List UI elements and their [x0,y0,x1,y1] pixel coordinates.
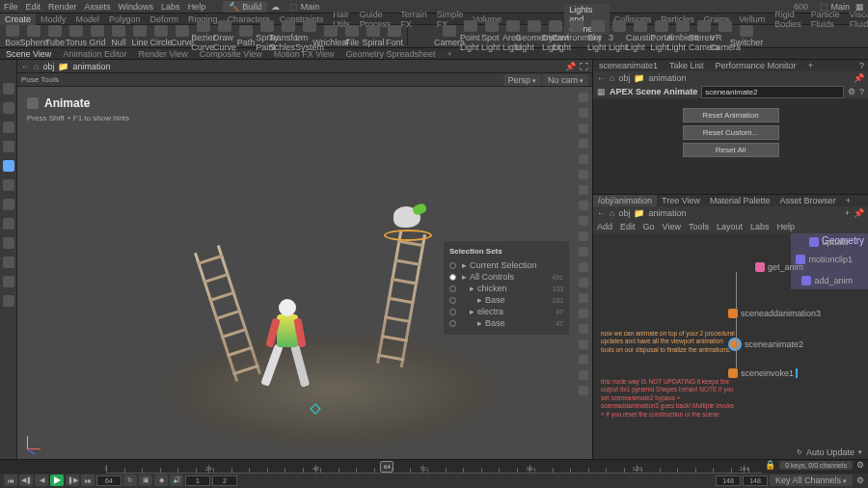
pose-tool-icon[interactable] [3,160,14,172]
misc-tool-icon[interactable] [3,276,14,287]
breadcrumb[interactable]: animation [648,73,686,83]
scale-tool-icon[interactable] [3,141,14,152]
node-name-field[interactable] [701,86,844,98]
inspect-tool-icon[interactable] [3,237,14,249]
net-menu-item[interactable]: Tools [689,222,709,231]
menu-labs[interactable]: Labs [161,2,180,12]
reset-custom-button[interactable]: Reset Custom... [683,125,779,140]
shelf-tool[interactable]: VR Camera [715,20,736,52]
cloud-icon[interactable]: ☁ [271,2,280,12]
display-option-icon[interactable] [579,278,588,287]
display-option-icon[interactable] [579,309,588,318]
rotate-tool-icon[interactable] [3,122,14,133]
pane-tab[interactable]: Animation Editor [57,48,132,60]
shelf-tool[interactable]: Circle [150,25,172,47]
shelf-tool[interactable]: Environment Light [566,20,587,52]
gear-icon[interactable]: ⚙ [856,460,864,470]
shelf-tool[interactable]: Caustic Light [630,20,651,52]
timeline-ruler[interactable]: 64 124487296120144 🔒 0 keys, 0/0 channel… [0,460,868,474]
net-menu-item[interactable]: Go [643,222,655,231]
shelf-tool[interactable]: Sphere [23,25,44,47]
shelf-tool[interactable]: Point Light [460,20,481,52]
display-option-icon[interactable] [579,293,588,303]
param-tab[interactable]: Take List [664,60,710,71]
chicken-rig[interactable] [384,201,432,239]
breadcrumb[interactable]: obj [618,73,630,83]
net-menu-item[interactable]: Help [776,222,795,231]
menu-file[interactable]: File [4,2,18,12]
loop-icon[interactable]: ↻ [123,474,137,486]
network-node[interactable]: sceneanimate2 [728,338,803,351]
auto-update-toggle[interactable]: ↻ Auto Update ▾ [797,447,862,457]
sticky-note[interactable]: this node way IS NOT UPDATING it keeps t… [601,378,736,419]
net-menu-item[interactable]: Layout [717,222,743,231]
pane-tab[interactable]: Scene View [0,48,57,60]
scene-path[interactable]: ⬚ Main [289,2,319,12]
misc-tool-icon[interactable] [3,295,14,307]
expand-icon[interactable]: ⛶ [580,62,588,71]
pin-icon[interactable]: 📌 [565,62,576,71]
plus-icon[interactable]: + [845,208,850,218]
shelf-tool[interactable]: Line [129,25,150,47]
gear-icon[interactable]: ⚙ [848,87,855,96]
net-menu-item[interactable]: Add [597,222,612,231]
help-icon[interactable]: ? [854,60,868,71]
misc-tool-icon[interactable] [3,257,14,268]
pin-icon[interactable]: 📌 [854,73,864,83]
display-option-icon[interactable] [579,231,588,241]
move-tool-icon[interactable] [3,102,14,114]
selection-set-row[interactable]: ▸ All Controls491 [449,271,563,283]
render-region-icon[interactable] [3,218,14,230]
display-option-icon[interactable] [579,93,588,102]
shelf-tool[interactable]: Path [235,25,257,47]
gear-icon[interactable]: ⚙ [856,475,864,485]
display-option-icon[interactable] [579,247,588,257]
selection-sets-panel[interactable]: Selection Sets ▸ Current Selection▸ All … [444,241,569,335]
home-icon[interactable]: ⌂ [34,62,39,71]
breadcrumb[interactable]: animation [648,208,686,218]
network-tab[interactable]: Asset Browser [775,195,841,206]
reset-animation-button[interactable]: Reset Animation [683,108,779,122]
help-icon[interactable]: ? [859,87,864,96]
audio-icon[interactable]: 🔊 [170,474,183,486]
back-icon[interactable]: ← [597,73,606,83]
shelf-tool[interactable]: Grid [87,25,108,47]
shelf-tool[interactable]: Spiral [363,25,384,47]
network-node[interactable]: add_anim [801,276,853,285]
display-option-icon[interactable] [579,386,588,395]
realtime-icon[interactable]: ▣ [139,474,152,486]
step-fwd-button[interactable]: ❚▶ [66,474,79,486]
display-option-icon[interactable] [579,324,588,334]
breadcrumb[interactable]: obj [42,62,54,71]
network-tab[interactable]: /obj/animation [593,195,657,206]
home-icon[interactable]: ⌂ [610,208,614,218]
breadcrumb[interactable]: obj [618,208,630,218]
net-menu-item[interactable]: Labs [750,222,770,231]
select-tool-icon[interactable] [3,83,14,95]
shelf-tab[interactable]: Create [0,14,36,25]
display-option-icon[interactable] [579,185,588,195]
display-option-icon[interactable] [579,108,588,118]
selection-set-row[interactable]: ▸ electra47 [449,306,563,317]
step-back-button[interactable]: ◀❚ [19,474,33,486]
network-tab[interactable]: Tree View [657,195,705,206]
net-menu-item[interactable]: Edit [620,222,636,231]
shelf-tab[interactable]: Rigid Bodies [770,9,806,30]
key-icon[interactable]: ◆ [154,474,168,486]
shelf-tool[interactable]: File [341,25,363,47]
snap-tool-icon[interactable] [3,179,14,191]
play-back-button[interactable]: ◀ [35,474,48,486]
shelf-tab[interactable]: Model [71,14,105,25]
network-node[interactable]: sceneaddanimation3 [728,309,821,318]
shelf-tool[interactable]: Torus [66,25,87,47]
display-option-icon[interactable] [579,170,588,179]
character-rig[interactable] [263,299,312,415]
goto-end-button[interactable]: ⏭ [81,474,95,486]
shelf-tool[interactable]: Null [108,25,129,47]
network-node[interactable]: motionclip1 [796,255,853,264]
param-tab-add[interactable]: + [802,60,819,71]
network-node[interactable]: update [809,237,849,247]
breadcrumb[interactable]: animation [72,62,110,71]
menu-render[interactable]: Render [48,2,77,12]
camera-nocam-dropdown[interactable]: No cam ▾ [543,74,588,86]
